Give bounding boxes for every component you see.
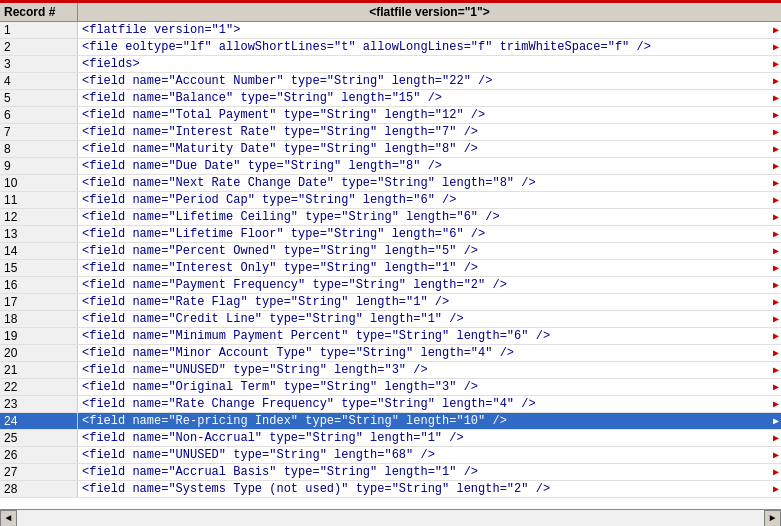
row-arrow-icon: ▶ — [773, 449, 779, 461]
record-content: <field name="UNUSED" type="String" lengt… — [78, 362, 781, 378]
table-row[interactable]: 16 <field name="Payment Frequency" type=… — [0, 277, 781, 294]
record-number: 5 — [0, 90, 78, 106]
table-row[interactable]: 20 <field name="Minor Account Type" type… — [0, 345, 781, 362]
table-header: Record # <flatfile version="1"> — [0, 3, 781, 22]
record-content: <field name="Due Date" type="String" len… — [78, 158, 781, 174]
record-number: 21 — [0, 362, 78, 378]
table-row[interactable]: 19 <field name="Minimum Payment Percent"… — [0, 328, 781, 345]
record-number: 20 — [0, 345, 78, 361]
table-row[interactable]: 12 <field name="Lifetime Ceiling" type="… — [0, 209, 781, 226]
row-arrow-icon: ▶ — [773, 109, 779, 121]
record-content: <fields>▶ — [78, 56, 781, 72]
content-column-header: <flatfile version="1"> — [78, 3, 781, 21]
record-content: <field name="Rate Flag" type="String" le… — [78, 294, 781, 310]
row-arrow-icon: ▶ — [773, 347, 779, 359]
record-content: <field name="UNUSED" type="String" lengt… — [78, 447, 781, 463]
record-number: 26 — [0, 447, 78, 463]
record-number: 25 — [0, 430, 78, 446]
table-row[interactable]: 7 <field name="Interest Rate" type="Stri… — [0, 124, 781, 141]
record-number: 8 — [0, 141, 78, 157]
table-row[interactable]: 8 <field name="Maturity Date" type="Stri… — [0, 141, 781, 158]
record-number: 10 — [0, 175, 78, 191]
table-row[interactable]: 23 <field name="Rate Change Frequency" t… — [0, 396, 781, 413]
record-content: <field name="Maturity Date" type="String… — [78, 141, 781, 157]
record-content: <field name="Minimum Payment Percent" ty… — [78, 328, 781, 344]
record-content: <field name="Systems Type (not used)" ty… — [78, 481, 781, 497]
record-content: <field name="Original Term" type="String… — [78, 379, 781, 395]
record-content: <field name="Payment Frequency" type="St… — [78, 277, 781, 293]
row-arrow-icon: ▶ — [773, 211, 779, 223]
record-content: <field name="Account Number" type="Strin… — [78, 73, 781, 89]
record-content: <field name="Accrual Basis" type="String… — [78, 464, 781, 480]
table-row[interactable]: 26 <field name="UNUSED" type="String" le… — [0, 447, 781, 464]
record-number: 18 — [0, 311, 78, 327]
table-row[interactable]: 24 <field name="Re-pricing Index" type="… — [0, 413, 781, 430]
table-row[interactable]: 18 <field name="Credit Line" type="Strin… — [0, 311, 781, 328]
table-row[interactable]: 2 <file eoltype="lf" allowShortLines="t"… — [0, 39, 781, 56]
row-arrow-icon: ▶ — [773, 330, 779, 342]
row-arrow-icon: ▶ — [773, 364, 779, 376]
row-arrow-icon: ▶ — [773, 58, 779, 70]
record-content: <flatfile version="1">▶ — [78, 22, 781, 38]
table-body[interactable]: 1 <flatfile version="1">▶2 <file eoltype… — [0, 22, 781, 509]
table-row[interactable]: 15 <field name="Interest Only" type="Str… — [0, 260, 781, 277]
record-number: 28 — [0, 481, 78, 497]
row-arrow-icon: ▶ — [773, 177, 779, 189]
row-arrow-icon: ▶ — [773, 24, 779, 36]
scroll-right-button[interactable]: ► — [764, 510, 781, 527]
record-number: 23 — [0, 396, 78, 412]
row-arrow-icon: ▶ — [773, 126, 779, 138]
scroll-left-button[interactable]: ◄ — [0, 510, 17, 527]
record-number: 3 — [0, 56, 78, 72]
record-number: 27 — [0, 464, 78, 480]
row-arrow-icon: ▶ — [773, 92, 779, 104]
record-content: <field name="Credit Line" type="String" … — [78, 311, 781, 327]
record-content: <field name="Re-pricing Index" type="Str… — [78, 413, 781, 429]
table-row[interactable]: 21 <field name="UNUSED" type="String" le… — [0, 362, 781, 379]
row-arrow-icon: ▶ — [773, 483, 779, 495]
table-row[interactable]: 17 <field name="Rate Flag" type="String"… — [0, 294, 781, 311]
record-content: <field name="Lifetime Floor" type="Strin… — [78, 226, 781, 242]
record-content: <field name="Percent Owned" type="String… — [78, 243, 781, 259]
record-content: <field name="Interest Rate" type="String… — [78, 124, 781, 140]
row-arrow-icon: ▶ — [773, 143, 779, 155]
table-row[interactable]: 27 <field name="Accrual Basis" type="Str… — [0, 464, 781, 481]
record-column-header: Record # — [0, 3, 78, 21]
table-row[interactable]: 13 <field name="Lifetime Floor" type="St… — [0, 226, 781, 243]
record-content: <field name="Rate Change Frequency" type… — [78, 396, 781, 412]
table-row[interactable]: 6 <field name="Total Payment" type="Stri… — [0, 107, 781, 124]
row-arrow-icon: ▶ — [773, 194, 779, 206]
table-row[interactable]: 28 <field name="Systems Type (not used)"… — [0, 481, 781, 498]
table-row[interactable]: 25 <field name="Non-Accrual" type="Strin… — [0, 430, 781, 447]
row-arrow-icon: ▶ — [773, 296, 779, 308]
record-number: 14 — [0, 243, 78, 259]
record-number: 17 — [0, 294, 78, 310]
table-row[interactable]: 5 <field name="Balance" type="String" le… — [0, 90, 781, 107]
record-content: <field name="Lifetime Ceiling" type="Str… — [78, 209, 781, 225]
record-number: 22 — [0, 379, 78, 395]
record-number: 7 — [0, 124, 78, 140]
record-number: 24 — [0, 413, 78, 429]
row-arrow-icon: ▶ — [773, 245, 779, 257]
record-number: 4 — [0, 73, 78, 89]
row-arrow-icon: ▶ — [773, 279, 779, 291]
record-number: 11 — [0, 192, 78, 208]
table-row[interactable]: 1 <flatfile version="1">▶ — [0, 22, 781, 39]
record-number: 16 — [0, 277, 78, 293]
table-row[interactable]: 22 <field name="Original Term" type="Str… — [0, 379, 781, 396]
table-row[interactable]: 4 <field name="Account Number" type="Str… — [0, 73, 781, 90]
table-row[interactable]: 11 <field name="Period Cap" type="String… — [0, 192, 781, 209]
table-row[interactable]: 3 <fields>▶ — [0, 56, 781, 73]
record-content: <field name="Interest Only" type="String… — [78, 260, 781, 276]
record-content: <field name="Period Cap" type="String" l… — [78, 192, 781, 208]
horizontal-scrollbar[interactable]: ◄ ► — [0, 509, 781, 526]
record-content: <field name="Non-Accrual" type="String" … — [78, 430, 781, 446]
row-arrow-icon: ▶ — [773, 313, 779, 325]
row-arrow-icon: ▶ — [773, 432, 779, 444]
row-arrow-icon: ▶ — [773, 466, 779, 478]
row-arrow-icon: ▶ — [773, 41, 779, 53]
table-row[interactable]: 10 <field name="Next Rate Change Date" t… — [0, 175, 781, 192]
table-row[interactable]: 9 <field name="Due Date" type="String" l… — [0, 158, 781, 175]
table-row[interactable]: 14 <field name="Percent Owned" type="Str… — [0, 243, 781, 260]
record-content: <file eoltype="lf" allowShortLines="t" a… — [78, 39, 781, 55]
